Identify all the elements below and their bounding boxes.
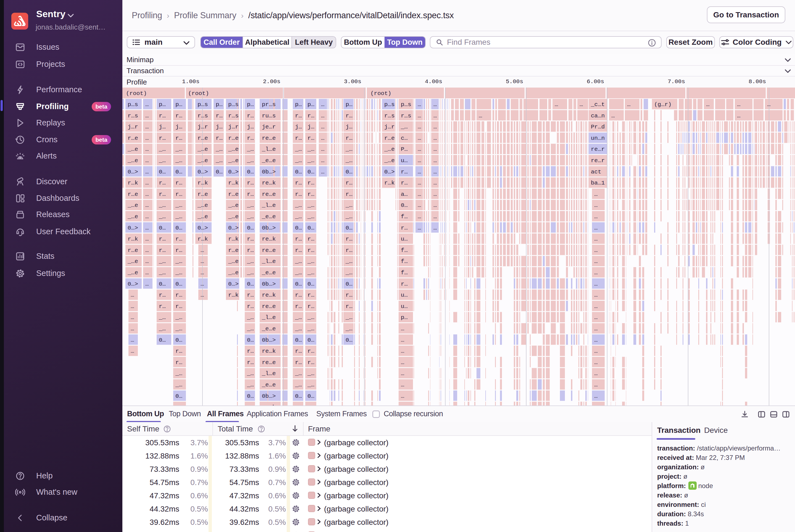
svg-text:0…: 0… xyxy=(216,169,223,175)
svg-text:…: … xyxy=(131,303,134,310)
svg-text:…: … xyxy=(131,348,134,355)
svg-text:_…: _… xyxy=(345,146,353,152)
svg-text:0…: 0… xyxy=(175,169,182,175)
svg-text:…: … xyxy=(594,314,598,321)
svg-text:u…: u… xyxy=(401,292,408,298)
svg-text:r…: r… xyxy=(159,113,166,119)
svg-text:0…: 0… xyxy=(295,337,302,343)
svg-text:_…e: _…e xyxy=(197,202,208,209)
svg-text:p…: p… xyxy=(307,101,314,108)
svg-text:r…: r… xyxy=(295,135,302,141)
svg-text:r…e: r…e xyxy=(128,191,138,197)
svg-text:_…: _… xyxy=(158,258,166,265)
svg-text:je…r: je…r xyxy=(262,124,276,130)
svg-text:r…: r… xyxy=(295,113,302,119)
svg-text:r…: r… xyxy=(247,247,254,253)
svg-text:r…: r… xyxy=(307,135,314,141)
svg-text:…: … xyxy=(131,292,134,298)
svg-text:p…: p… xyxy=(295,101,302,108)
svg-text:0…: 0… xyxy=(159,225,166,231)
svg-text:ru…s: ru…s xyxy=(262,113,276,119)
svg-text:…: … xyxy=(418,169,421,175)
svg-text:r…: r… xyxy=(175,180,182,186)
svg-text:0…: 0… xyxy=(307,169,314,175)
svg-text:…: … xyxy=(594,326,598,332)
svg-text:r…s: r…s xyxy=(384,113,395,119)
svg-text:…: … xyxy=(418,180,421,186)
svg-text:r…: r… xyxy=(401,180,408,186)
svg-text:r…: r… xyxy=(295,180,302,186)
svg-text:_e…e: _e…e xyxy=(262,157,276,164)
svg-text:…: … xyxy=(580,101,583,108)
svg-text:r…: r… xyxy=(247,135,254,141)
svg-text:…: … xyxy=(201,281,204,287)
svg-text:…: … xyxy=(433,180,437,186)
svg-text:_…: _… xyxy=(158,326,166,332)
svg-text:…: … xyxy=(433,113,437,119)
svg-text:_…: _… xyxy=(175,157,182,164)
svg-text:…: … xyxy=(201,270,204,276)
svg-text:_…: _… xyxy=(175,270,182,276)
svg-text:j…: j… xyxy=(247,124,254,130)
svg-text:r…k: r…k xyxy=(228,180,239,186)
svg-text:re…e: re…e xyxy=(262,359,276,366)
svg-text:r…: r… xyxy=(295,348,302,355)
svg-text:_…: _… xyxy=(247,382,254,388)
svg-text:_…e: _…e xyxy=(197,157,208,164)
svg-text:r…: r… xyxy=(307,236,314,242)
svg-text:r…k: r…k xyxy=(197,180,208,186)
svg-text:p…s: p…s xyxy=(401,101,411,108)
svg-text:…: … xyxy=(433,225,437,231)
svg-text:re…k: re…k xyxy=(262,348,276,355)
svg-text:_…: _… xyxy=(345,202,353,209)
svg-text:_…: _… xyxy=(307,213,314,220)
svg-text:_c…t: _c…t xyxy=(591,101,605,108)
svg-text:…: … xyxy=(594,382,598,388)
svg-text:0…: 0… xyxy=(159,337,166,343)
svg-text:j…: j… xyxy=(175,124,182,130)
svg-text:r…e: r…e xyxy=(128,135,138,141)
svg-text:0…: 0… xyxy=(247,337,254,343)
svg-text:…: … xyxy=(321,113,325,119)
svg-text:r…e: r…e xyxy=(197,135,208,141)
svg-text:…: … xyxy=(611,113,615,119)
svg-text:0…>: 0…> xyxy=(228,281,239,287)
svg-text:…: … xyxy=(145,157,149,164)
svg-text:…: … xyxy=(418,191,421,197)
svg-text:…: … xyxy=(145,135,149,141)
svg-text:…: … xyxy=(594,236,598,242)
svg-text:p…: p… xyxy=(247,101,254,108)
svg-text:…: … xyxy=(401,359,404,366)
svg-text:f…: f… xyxy=(401,258,408,265)
svg-text:r…s: r…s xyxy=(128,113,138,119)
svg-text:u…: u… xyxy=(401,236,408,242)
svg-text:_…: _… xyxy=(307,326,314,332)
svg-text:_…e: _…e xyxy=(127,213,138,220)
svg-text:_…: _… xyxy=(247,146,254,152)
svg-text:r…k: r…k xyxy=(128,180,138,186)
svg-text:_…e: _…e xyxy=(228,213,239,220)
svg-text:r…: r… xyxy=(159,191,166,197)
svg-text:re…k: re…k xyxy=(262,180,276,186)
svg-text:_l…e: _l…e xyxy=(262,202,276,209)
svg-text:0…>: 0…> xyxy=(128,225,138,231)
svg-text:a…: a… xyxy=(401,191,408,197)
svg-text:_…: _… xyxy=(307,382,314,388)
svg-text:p…s: p…s xyxy=(128,101,138,108)
svg-text:_…: _… xyxy=(175,202,182,209)
svg-text:_…e: _…e xyxy=(197,213,208,220)
svg-text:r…: r… xyxy=(295,247,302,253)
svg-text:_…e: _…e xyxy=(197,146,208,152)
svg-text:r…: r… xyxy=(401,281,408,287)
svg-text:…: … xyxy=(145,258,149,265)
svg-text:_l…e: _l…e xyxy=(262,370,276,377)
svg-text:0…: 0… xyxy=(159,281,166,287)
svg-text:r…: r… xyxy=(307,292,314,298)
svg-text:…: … xyxy=(479,113,482,119)
svg-text:r…: r… xyxy=(247,191,254,197)
svg-text:…: … xyxy=(145,213,149,220)
svg-text:r…: r… xyxy=(175,191,182,197)
svg-text:_…: _… xyxy=(158,146,166,152)
svg-text:…: … xyxy=(321,135,325,141)
svg-text:_…: _… xyxy=(175,382,182,388)
